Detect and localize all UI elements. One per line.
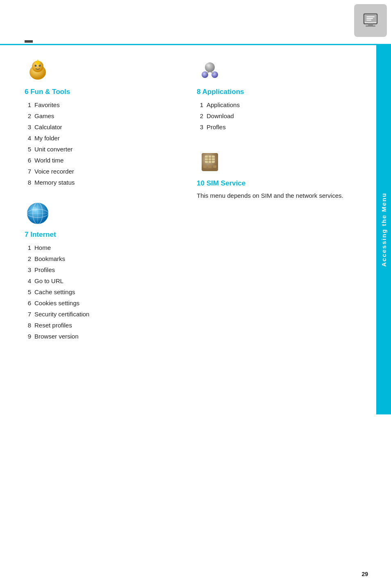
page-number: 29 — [359, 570, 371, 578]
fun-tools-svg — [25, 57, 51, 84]
list-item: 7Security certification — [25, 309, 180, 320]
sidebar-tab: Accessing the Menu — [376, 45, 391, 414]
svg-rect-31 — [208, 165, 211, 168]
list-item: 2Games — [25, 110, 180, 121]
applications-icon — [197, 57, 223, 84]
list-item: 3Profiles — [25, 264, 180, 275]
left-column: 6 Fun & Tools 1Favorites 2Games 3Calcula… — [25, 57, 180, 354]
header-accent-line — [25, 40, 33, 43]
section-sim-service: 10 SIM Service This menu depends on SIM … — [197, 149, 352, 201]
applications-title: 8 Applications — [197, 88, 352, 96]
applications-svg — [197, 57, 223, 84]
list-item: 4Go to URL — [25, 275, 180, 286]
fun-tools-list: 1Favorites 2Games 3Calculator 4My folder… — [25, 99, 180, 188]
content-grid: 6 Fun & Tools 1Favorites 2Games 3Calcula… — [25, 57, 352, 354]
right-column: 8 Applications 1Applications 2Download 3… — [197, 57, 352, 354]
svg-point-17 — [32, 207, 37, 211]
list-item: 5Cache settings — [25, 286, 180, 297]
list-item: 3Calculator — [25, 121, 180, 133]
applications-list: 1Applications 2Download 3Profles — [197, 99, 352, 133]
list-item: 4My folder — [25, 133, 180, 144]
list-item: 8Memory status — [25, 177, 180, 188]
header — [0, 0, 391, 45]
section-internet: 7 Internet 1Home 2Bookmarks 3Profiles 4G… — [25, 200, 180, 342]
internet-svg — [25, 200, 51, 227]
list-item: 6World time — [25, 155, 180, 166]
list-item: 3Profles — [197, 121, 352, 133]
svg-rect-4 — [366, 16, 375, 17]
section-applications: 8 Applications 1Applications 2Download 3… — [197, 57, 352, 133]
corner-icon-svg — [361, 11, 380, 30]
corner-menu-icon — [354, 4, 387, 37]
list-item: 6Cookies settings — [25, 297, 180, 309]
svg-point-23 — [206, 63, 210, 66]
list-item: 2Download — [197, 110, 352, 121]
sim-service-title: 10 SIM Service — [197, 179, 352, 188]
fun-tools-title: 6 Fun & Tools — [25, 88, 180, 96]
list-item: 2Bookmarks — [25, 253, 180, 264]
svg-rect-25 — [205, 156, 215, 163]
svg-point-20 — [211, 71, 218, 78]
internet-list: 1Home 2Bookmarks 3Profiles 4Go to URL 5C… — [25, 242, 180, 342]
list-item: 1Home — [25, 242, 180, 253]
list-item: 1Applications — [197, 99, 352, 110]
svg-rect-6 — [366, 20, 371, 21]
sim-svg — [197, 149, 223, 175]
svg-rect-1 — [368, 24, 373, 25]
list-item: 1Favorites — [25, 99, 180, 110]
section-fun-tools: 6 Fun & Tools 1Favorites 2Games 3Calcula… — [25, 57, 180, 188]
main-content: 6 Fun & Tools 1Favorites 2Games 3Calcula… — [0, 45, 377, 366]
internet-title: 7 Internet — [25, 231, 180, 239]
list-item: 8Reset profiles — [25, 320, 180, 331]
sim-service-description: This menu depends on SIM and the network… — [197, 191, 352, 201]
list-item: 5Unit converter — [25, 144, 180, 155]
sim-icon — [197, 149, 223, 175]
fun-tools-icon — [25, 57, 51, 84]
svg-rect-2 — [366, 25, 375, 27]
internet-icon — [25, 200, 51, 227]
svg-rect-30 — [203, 165, 207, 168]
svg-rect-32 — [213, 165, 216, 168]
list-item: 7Voice recorder — [25, 166, 180, 177]
svg-point-19 — [202, 71, 208, 78]
list-item: 9Browser version — [25, 331, 180, 342]
svg-rect-5 — [366, 18, 373, 19]
sidebar-tab-text: Accessing the Menu — [380, 192, 387, 267]
